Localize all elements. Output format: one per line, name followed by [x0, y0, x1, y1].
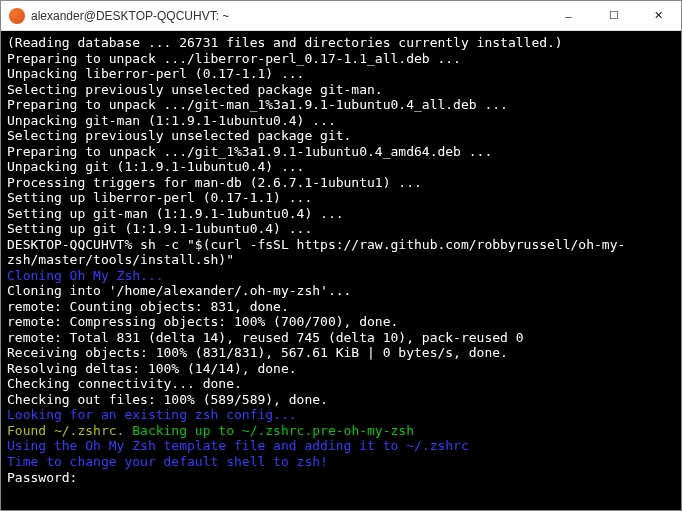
terminal-line: Preparing to unpack .../git-man_1%3a1.9.… [7, 97, 675, 113]
terminal-text: Preparing to unpack .../git-man_1%3a1.9.… [7, 97, 508, 112]
maximize-button[interactable]: ☐ [591, 1, 636, 30]
terminal-line: Time to change your default shell to zsh… [7, 454, 675, 470]
terminal-line: remote: Counting objects: 831, done. [7, 299, 675, 315]
terminal-line: Checking connectivity... done. [7, 376, 675, 392]
terminal-text: Selecting previously unselected package … [7, 128, 351, 143]
terminal-text: Cloning into '/home/alexander/.oh-my-zsh… [7, 283, 351, 298]
terminal-line: Unpacking liberror-perl (0.17-1.1) ... [7, 66, 675, 82]
terminal-line: Receiving objects: 100% (831/831), 567.6… [7, 345, 675, 361]
terminal-line: Setting up git-man (1:1.9.1-1ubuntu0.4) … [7, 206, 675, 222]
terminal-line: Password: [7, 469, 675, 485]
terminal-text: Processing triggers for man-db (2.6.7.1-… [7, 175, 422, 190]
terminal-line: Unpacking git (1:1.9.1-1ubuntu0.4) ... [7, 159, 675, 175]
terminal-text: (Reading database ... 26731 files and di… [7, 35, 563, 50]
terminal-text: Checking out files: 100% (589/589), done… [7, 392, 328, 407]
terminal-line: (Reading database ... 26731 files and di… [7, 35, 675, 51]
terminal-line: Found ~/.zshrc. Backing up to ~/.zshrc.p… [7, 423, 675, 439]
terminal-line: Preparing to unpack .../liberror-perl_0.… [7, 51, 675, 67]
minimize-button[interactable]: – [546, 1, 591, 30]
terminal-text: Setting up git-man (1:1.9.1-1ubuntu0.4) … [7, 206, 344, 221]
titlebar[interactable]: alexander@DESKTOP-QQCUHVT: ~ – ☐ ✕ [1, 1, 681, 31]
terminal-text: Cloning Oh My Zsh... [7, 268, 164, 283]
terminal-text: Preparing to unpack .../liberror-perl_0.… [7, 51, 461, 66]
terminal-text: Unpacking liberror-perl (0.17-1.1) ... [7, 66, 304, 81]
terminal-line: Cloning into '/home/alexander/.oh-my-zsh… [7, 283, 675, 299]
terminal-text: Using the Oh My Zsh template file and ad… [7, 438, 469, 453]
terminal-text: Found ~/.zshrc. [7, 423, 124, 438]
terminal-line: Using the Oh My Zsh template file and ad… [7, 438, 675, 454]
close-icon: ✕ [654, 9, 663, 22]
terminal-text: remote: Compressing objects: 100% (700/7… [7, 314, 398, 329]
terminal-text: Password: [7, 470, 77, 485]
terminal-text: Preparing to unpack .../git_1%3a1.9.1-1u… [7, 144, 492, 159]
minimize-icon: – [565, 10, 571, 22]
window-controls: – ☐ ✕ [546, 1, 681, 30]
terminal-line: remote: Total 831 (delta 14), reused 745… [7, 330, 675, 346]
terminal-line: DESKTOP-QQCUHVT% sh -c "$(curl -fsSL htt… [7, 237, 675, 268]
terminal-text: Looking for an existing zsh config... [7, 407, 297, 422]
terminal-text: remote: Counting objects: 831, done. [7, 299, 289, 314]
terminal-text: Resolving deltas: 100% (14/14), done. [7, 361, 297, 376]
terminal-text: Setting up git (1:1.9.1-1ubuntu0.4) ... [7, 221, 312, 236]
terminal-text: remote: Total 831 (delta 14), reused 745… [7, 330, 524, 345]
terminal-text: Checking connectivity... done. [7, 376, 242, 391]
terminal-line: Checking out files: 100% (589/589), done… [7, 392, 675, 408]
close-button[interactable]: ✕ [636, 1, 681, 30]
terminal-line: Processing triggers for man-db (2.6.7.1-… [7, 175, 675, 191]
terminal-line: Selecting previously unselected package … [7, 82, 675, 98]
window-title: alexander@DESKTOP-QQCUHVT: ~ [31, 9, 546, 23]
terminal-text: Unpacking git (1:1.9.1-1ubuntu0.4) ... [7, 159, 304, 174]
terminal-line: Unpacking git-man (1:1.9.1-1ubuntu0.4) .… [7, 113, 675, 129]
terminal-text: Receiving objects: 100% (831/831), 567.6… [7, 345, 508, 360]
terminal-text: DESKTOP-QQCUHVT% sh -c "$(curl -fsSL htt… [7, 237, 625, 268]
terminal-text: Unpacking git-man (1:1.9.1-1ubuntu0.4) .… [7, 113, 336, 128]
terminal-text: Time to change your default shell to zsh… [7, 454, 328, 469]
terminal-text: Backing up to ~/.zshrc.pre-oh-my-zsh [124, 423, 414, 438]
maximize-icon: ☐ [609, 9, 619, 22]
terminal-line: Setting up git (1:1.9.1-1ubuntu0.4) ... [7, 221, 675, 237]
terminal-line: Selecting previously unselected package … [7, 128, 675, 144]
ubuntu-icon [9, 8, 25, 24]
terminal-text: Setting up liberror-perl (0.17-1.1) ... [7, 190, 312, 205]
terminal-line: Cloning Oh My Zsh... [7, 268, 675, 284]
terminal-line: Setting up liberror-perl (0.17-1.1) ... [7, 190, 675, 206]
terminal-text: Selecting previously unselected package … [7, 82, 383, 97]
terminal-line: remote: Compressing objects: 100% (700/7… [7, 314, 675, 330]
terminal-output[interactable]: (Reading database ... 26731 files and di… [1, 31, 681, 510]
terminal-window: alexander@DESKTOP-QQCUHVT: ~ – ☐ ✕ (Read… [0, 0, 682, 511]
terminal-line: Resolving deltas: 100% (14/14), done. [7, 361, 675, 377]
terminal-line: Preparing to unpack .../git_1%3a1.9.1-1u… [7, 144, 675, 160]
terminal-line: Looking for an existing zsh config... [7, 407, 675, 423]
